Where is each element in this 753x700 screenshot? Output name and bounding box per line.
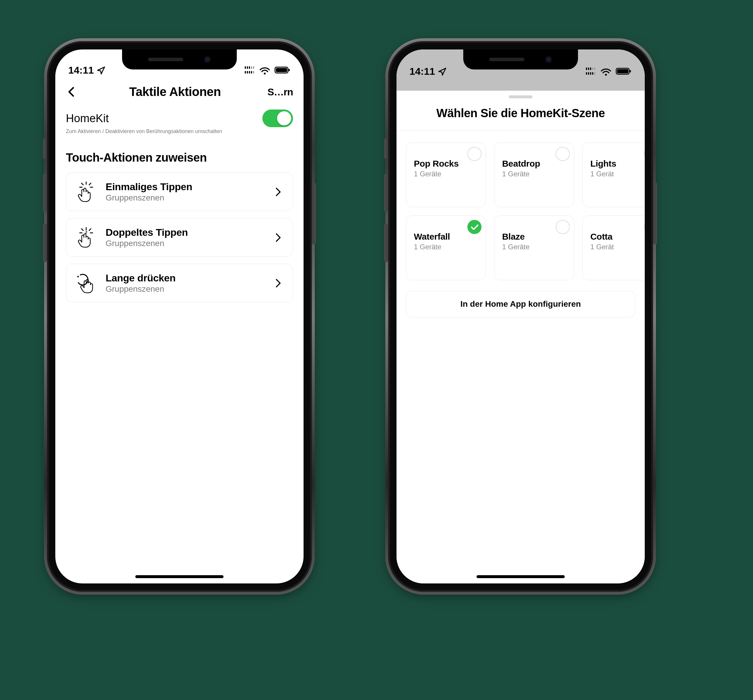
location-arrow-icon: [438, 67, 447, 76]
radio-unselected-icon: [556, 147, 570, 161]
phone-left: 14:11 Taktile Aktionen S…rn: [47, 41, 312, 592]
scene-card[interactable]: Lights 1 Gerät: [582, 142, 645, 207]
sheet-title: Wählen Sie die HomeKit-Szene: [396, 101, 645, 130]
scene-count: 1 Gerät: [590, 170, 645, 178]
scene-picker-sheet: Wählen Sie die HomeKit-Szene Pop Rocks 1…: [396, 91, 645, 583]
scene-card[interactable]: Beatdrop 1 Geräte: [494, 142, 574, 207]
scene-card[interactable]: Waterfall 1 Geräte: [406, 216, 486, 280]
action-subtitle: Gruppenszenen: [106, 284, 264, 294]
single-tap-icon: [76, 181, 97, 203]
scene-name: Pop Rocks: [414, 159, 478, 169]
action-title: Lange drücken: [106, 272, 264, 284]
action-single-tap[interactable]: Einmaliges Tippen Gruppenszenen: [66, 172, 293, 211]
action-title: Einmaliges Tippen: [106, 181, 264, 192]
chevron-right-icon: [273, 232, 283, 243]
scene-name: Cotta: [590, 232, 645, 242]
scene-count: 1 Gerät: [590, 243, 645, 251]
radio-selected-icon: [468, 220, 482, 234]
scene-card[interactable]: Cotta 1 Gerät: [582, 216, 645, 280]
action-double-tap[interactable]: 2 Doppeltes Tippen Gruppenszenen: [66, 218, 293, 257]
home-indicator[interactable]: [477, 575, 565, 578]
status-time: 14:11: [68, 64, 94, 76]
action-subtitle: Gruppenszenen: [106, 193, 264, 203]
scene-name: Waterfall: [414, 232, 478, 242]
homekit-toggle[interactable]: [262, 109, 293, 127]
nav-bar: Taktile Aktionen S…rn: [55, 79, 304, 107]
phone-right: 14:11 Wählen Sie die HomeKit-Szene: [388, 41, 653, 592]
section-title: Touch-Aktionen zuweisen: [66, 151, 293, 164]
double-tap-icon: 2: [76, 227, 97, 248]
scene-name: Blaze: [502, 232, 566, 242]
save-button[interactable]: S…rn: [267, 86, 293, 98]
location-arrow-icon: [97, 66, 106, 75]
page-title: Taktile Aktionen: [84, 85, 267, 99]
homekit-hint: Zum Aktivieren / Deaktivieren von Berühr…: [66, 128, 293, 134]
wifi-icon: [259, 65, 271, 75]
scene-name: Beatdrop: [502, 159, 566, 169]
chevron-right-icon: [273, 187, 283, 197]
scene-card[interactable]: Pop Rocks 1 Geräte: [406, 142, 486, 207]
scene-count: 1 Geräte: [502, 170, 566, 178]
battery-icon: [615, 66, 632, 77]
radio-unselected-icon: [468, 147, 482, 161]
dual-sim-signal-icon: [243, 65, 255, 75]
scene-card[interactable]: Blaze 1 Geräte: [494, 216, 574, 280]
dual-sim-signal-icon: [585, 66, 597, 76]
scene-count: 1 Geräte: [502, 243, 566, 251]
battery-icon: [274, 64, 291, 76]
home-indicator[interactable]: [135, 575, 223, 578]
back-button[interactable]: [66, 86, 84, 98]
chevron-left-icon: [66, 86, 77, 98]
wifi-icon: [600, 66, 612, 77]
action-title: Doppeltes Tippen: [106, 227, 264, 238]
long-press-icon: [76, 273, 97, 294]
chevron-right-icon: [273, 278, 283, 289]
configure-in-home-app-button[interactable]: In der Home App konfigurieren: [406, 291, 635, 317]
check-icon: [470, 223, 479, 231]
action-long-press[interactable]: Lange drücken Gruppenszenen: [66, 264, 293, 302]
sheet-grabber[interactable]: [509, 95, 532, 98]
scene-count: 1 Geräte: [414, 170, 478, 178]
status-time: 14:11: [410, 66, 435, 77]
homekit-label: HomeKit: [66, 112, 109, 125]
scene-count: 1 Geräte: [414, 243, 478, 251]
scene-name: Lights: [590, 159, 645, 169]
action-subtitle: Gruppenszenen: [106, 239, 264, 248]
radio-unselected-icon: [556, 220, 570, 234]
